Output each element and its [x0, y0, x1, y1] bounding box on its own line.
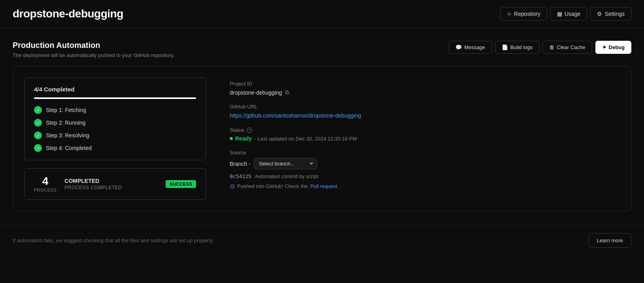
check-icon-4: ✓: [34, 144, 42, 152]
check-icon-1: ✓: [34, 106, 42, 114]
branch-row: Branch - Select branch...: [230, 158, 620, 169]
footer-text: If automation fails, we suggest checking…: [13, 237, 214, 243]
steps-count: 4/4 Completed: [34, 86, 196, 93]
source-label: Source: [230, 150, 620, 156]
settings-icon: ⚙: [597, 11, 602, 17]
usage-icon: ▦: [557, 11, 562, 17]
message-button[interactable]: 💬 Message: [449, 41, 492, 54]
github-url-link[interactable]: https://github.com/santosharron/dropston…: [230, 112, 361, 119]
github-url-section: GitHub URL https://github.com/santosharr…: [230, 104, 620, 119]
summary-status: COMPLETED PROCESS COMPLETED: [64, 178, 158, 190]
ready-text: Ready: [235, 135, 252, 142]
build-logs-icon: 📄: [502, 44, 508, 50]
right-panel: Project ID dropstone-debugging ⧉ GitHub …: [230, 78, 620, 200]
repository-icon: ⊹: [507, 11, 512, 17]
pull-request-link[interactable]: Pull request: [310, 183, 338, 189]
last-updated: - Last updated on Dec 30, 2024 12:35:16 …: [254, 136, 357, 142]
section-header: Production Automation The deployment wil…: [13, 41, 631, 58]
app-title: dropstone-debugging: [13, 8, 123, 20]
main-card: 4/4 Completed ✓ Step 1: Fetching ✓ Step …: [13, 66, 631, 211]
repository-button[interactable]: ⊹ Repository: [500, 7, 547, 21]
pushed-line: ⊙ Pushed into GitHub! Check the Pull req…: [230, 182, 620, 190]
step-item-1: ✓ Step 1: Fetching: [34, 106, 196, 114]
commit-line: 0c54125 Automated commit by script: [230, 173, 620, 179]
build-logs-button[interactable]: 📄 Build logs: [495, 41, 539, 54]
usage-label: Usage: [565, 11, 580, 17]
branch-select[interactable]: Select branch...: [254, 158, 317, 169]
step-label-3: Step 3: Resolving: [46, 132, 89, 139]
process-number: 4: [34, 176, 57, 187]
step-label-2: Step 2: Running: [46, 120, 85, 126]
branch-prefix: Branch -: [230, 161, 251, 167]
step-item-4: ✓ Step 4: Completed: [34, 144, 196, 152]
source-section: Source Branch - Select branch... 0c54125…: [230, 150, 620, 190]
section-title: Production Automation: [13, 41, 174, 50]
main-content: Production Automation The deployment wil…: [0, 28, 644, 221]
steps-box: 4/4 Completed ✓ Step 1: Fetching ✓ Step …: [24, 78, 206, 160]
settings-label: Settings: [604, 11, 625, 17]
left-panel: 4/4 Completed ✓ Step 1: Fetching ✓ Step …: [24, 78, 206, 200]
pushed-icon: ⊙: [230, 182, 235, 190]
debug-label: Debug: [609, 44, 625, 50]
status-label-row: Status ?: [230, 127, 620, 133]
github-url-label: GitHub URL: [230, 104, 620, 110]
success-badge: SUCCESS: [166, 180, 196, 188]
status-desc: PROCESS COMPLETED: [64, 185, 158, 190]
status-row: Ready - Last updated on Dec 30, 2024 12:…: [230, 135, 620, 142]
step-label-4: Step 4: Completed: [46, 145, 92, 151]
section-title-group: Production Automation The deployment wil…: [13, 41, 174, 58]
project-id-label: Project ID: [230, 81, 620, 87]
status-section: Status ? Ready - Last updated on Dec 30,…: [230, 127, 620, 142]
learn-more-button[interactable]: Learn more: [589, 233, 631, 248]
status-label: Status: [230, 127, 244, 133]
debug-icon: ✦: [602, 44, 606, 50]
step-item-3: ✓ Step 3: Resolving: [34, 131, 196, 139]
build-logs-label: Build logs: [510, 44, 533, 50]
pushed-text: Pushed into GitHub! Check the: [237, 183, 308, 189]
project-id-section: Project ID dropstone-debugging ⧉: [230, 81, 620, 96]
process-label: PROCESS: [34, 188, 57, 192]
check-icon-3: ✓: [34, 131, 42, 139]
message-label: Message: [464, 44, 485, 50]
header-nav: ⊹ Repository ▦ Usage ⚙ Settings: [500, 7, 631, 21]
footer: If automation fails, we suggest checking…: [0, 226, 644, 255]
settings-button[interactable]: ⚙ Settings: [590, 7, 631, 21]
project-id-value: dropstone-debugging ⧉: [230, 89, 620, 96]
header: dropstone-debugging ⊹ Repository ▦ Usage…: [0, 0, 644, 28]
clear-cache-button[interactable]: 🗑 Clear Cache: [542, 41, 592, 54]
progress-bar: [34, 97, 196, 99]
repository-label: Repository: [514, 11, 540, 17]
copy-icon[interactable]: ⧉: [285, 89, 289, 96]
section-subtitle: The deployment will be automatically pus…: [13, 52, 174, 58]
process-count: 4 PROCESS: [34, 176, 57, 192]
summary-box: 4 PROCESS COMPLETED PROCESS COMPLETED SU…: [24, 168, 206, 200]
pull-request-suffix: .: [340, 183, 341, 189]
commit-hash: 0c54125: [230, 173, 251, 179]
clear-cache-label: Clear Cache: [557, 44, 585, 50]
step-item-2: ✓ Step 2: Running: [34, 119, 196, 127]
usage-button[interactable]: ▦ Usage: [550, 7, 587, 21]
debug-button[interactable]: ✦ Debug: [595, 41, 631, 54]
commit-message: Automated commit by script: [255, 173, 318, 179]
ready-dot: [230, 137, 233, 140]
clear-cache-icon: 🗑: [549, 44, 554, 50]
section-actions: 💬 Message 📄 Build logs 🗑 Clear Cache ✦ D…: [449, 41, 631, 54]
help-icon[interactable]: ?: [247, 127, 252, 133]
check-icon-2: ✓: [34, 119, 42, 127]
step-label-1: Step 1: Fetching: [46, 107, 86, 113]
message-icon: 💬: [455, 44, 462, 50]
project-id-text: dropstone-debugging: [230, 89, 282, 96]
status-title: COMPLETED: [64, 178, 158, 184]
